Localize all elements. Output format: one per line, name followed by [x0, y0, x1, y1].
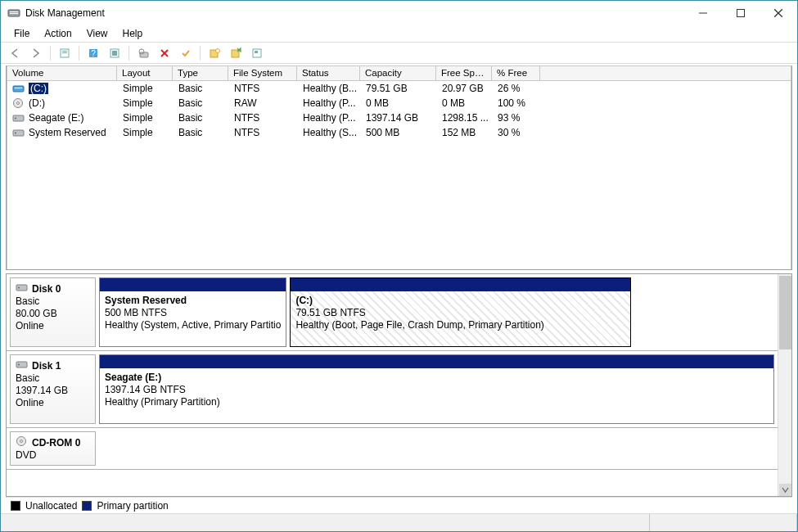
volume-fs: NTFS — [229, 127, 298, 138]
svg-point-34 — [18, 364, 20, 366]
volume-capacity: 1397.14 GB — [361, 112, 437, 124]
legend-primary-swatch — [82, 501, 92, 511]
close-button[interactable] — [760, 1, 797, 25]
volume-row[interactable]: Seagate (E:)SimpleBasicNTFSHealthy (P...… — [7, 110, 791, 125]
disk-icon — [16, 435, 29, 449]
volume-free: 152 MB — [437, 127, 493, 138]
menu-help[interactable]: Help — [116, 26, 150, 41]
volume-layout: Simple — [118, 97, 174, 109]
legend-unallocated-swatch — [11, 501, 20, 511]
disk-row[interactable]: CD-ROM 0DVD — [7, 428, 778, 470]
partition[interactable]: System Reserved500 MB NTFSHealthy (Syste… — [99, 277, 286, 347]
column-free[interactable]: Free Spa... — [436, 65, 492, 80]
volume-fs: RAW — [229, 97, 298, 109]
volume-list-body[interactable]: (C:)SimpleBasicNTFSHealthy (B...79.51 GB… — [7, 81, 791, 269]
volume-type: Basic — [174, 127, 229, 138]
disk-name: Disk 1 — [32, 360, 61, 372]
disk-label-panel[interactable]: CD-ROM 0DVD — [10, 431, 96, 466]
svg-rect-1 — [10, 11, 18, 12]
partition-title: (C:) — [295, 295, 313, 306]
column-capacity[interactable]: Capacity — [360, 65, 436, 80]
volume-name: (D:) — [29, 97, 45, 109]
disk-row[interactable]: Disk 1Basic1397.14 GBOnlineSeagate (E:)1… — [7, 351, 778, 428]
volume-free: 20.97 GB — [437, 83, 493, 94]
scrollbar-thumb[interactable] — [779, 276, 791, 349]
statusbar-cell — [650, 514, 797, 531]
column-type[interactable]: Type — [173, 65, 228, 80]
menu-action[interactable]: Action — [38, 26, 78, 41]
svg-rect-14 — [140, 52, 148, 57]
svg-point-36 — [20, 440, 23, 443]
volume-status: Healthy (P... — [298, 97, 361, 109]
svg-rect-24 — [15, 88, 22, 88]
disk-type: Basic — [16, 372, 90, 385]
scrollbar[interactable] — [778, 274, 791, 496]
separator — [79, 46, 79, 61]
disk-row[interactable]: Disk 0Basic80.00 GBOnlineSystem Reserved… — [7, 274, 778, 351]
volume-pct: 100 % — [493, 97, 541, 109]
volume-icon — [12, 127, 25, 138]
separator — [200, 46, 201, 61]
help-button[interactable]: ? — [84, 44, 102, 62]
titlebar: Disk Management — [1, 1, 797, 25]
volume-status: Healthy (B... — [298, 83, 361, 94]
volume-icon — [12, 112, 25, 124]
partition-header-bar — [100, 278, 286, 291]
svg-rect-31 — [16, 285, 27, 291]
action-scan-button[interactable] — [134, 44, 152, 62]
maximize-button[interactable] — [722, 1, 760, 25]
svg-rect-23 — [13, 86, 24, 92]
properties-button[interactable] — [248, 44, 266, 62]
column-layout[interactable]: Layout — [117, 65, 173, 80]
volume-row[interactable]: System ReservedSimpleBasicNTFSHealthy (S… — [7, 125, 791, 140]
partition[interactable]: Seagate (E:)1397.14 GB NTFSHealthy (Prim… — [99, 354, 774, 424]
svg-point-30 — [15, 133, 16, 134]
volume-free: 1298.15 ... — [437, 112, 493, 124]
new-volume-button[interactable] — [205, 44, 223, 62]
column-volume[interactable]: Volume — [7, 65, 117, 80]
separator — [50, 46, 51, 61]
disk-label-panel[interactable]: Disk 0Basic80.00 GBOnline — [10, 277, 96, 347]
menu-view[interactable]: View — [80, 26, 115, 41]
settings-button[interactable] — [106, 44, 124, 62]
svg-rect-27 — [13, 115, 24, 121]
disk-graph: System Reserved500 MB NTFSHealthy (Syste… — [99, 277, 631, 347]
column-status[interactable]: Status — [297, 65, 360, 80]
column-pct-free[interactable]: % Free — [492, 65, 540, 80]
scroll-down-icon[interactable] — [779, 484, 791, 496]
partition[interactable]: (C:)79.51 GB NTFSHealthy (Boot, Page Fil… — [290, 277, 631, 347]
partition-health: Healthy (System, Active, Primary Partiti… — [105, 319, 281, 331]
legend-primary-label: Primary partition — [97, 500, 168, 512]
back-button[interactable] — [6, 44, 24, 62]
svg-point-26 — [17, 102, 20, 105]
volume-row[interactable]: (C:)SimpleBasicNTFSHealthy (B...79.51 GB… — [7, 81, 791, 96]
partition-title: Seagate (E:) — [105, 372, 161, 383]
volume-capacity: 0 MB — [361, 97, 437, 109]
disk-label-panel[interactable]: Disk 1Basic1397.14 GBOnline — [10, 354, 96, 424]
refresh-button[interactable] — [56, 44, 74, 62]
menu-file[interactable]: File — [7, 26, 36, 41]
legend-unallocated-label: Unallocated — [25, 500, 77, 512]
partition-health: Healthy (Boot, Page File, Crash Dump, Pr… — [295, 319, 543, 331]
column-spacer — [540, 65, 791, 80]
forward-button[interactable] — [27, 44, 45, 62]
apply-button[interactable] — [177, 44, 195, 62]
volume-row[interactable]: (D:)SimpleBasicRAWHealthy (P...0 MB0 MB1… — [7, 96, 791, 110]
legend: Unallocated Primary partition — [6, 497, 792, 513]
disk-map-body[interactable]: Disk 0Basic80.00 GBOnlineSystem Reserved… — [7, 274, 778, 496]
disk-graph: Seagate (E:)1397.14 GB NTFSHealthy (Prim… — [99, 354, 774, 424]
minimize-button[interactable] — [684, 1, 722, 25]
volume-name: System Reserved — [29, 127, 106, 138]
partition-health: Healthy (Primary Partition) — [105, 396, 220, 408]
open-button[interactable] — [227, 44, 245, 62]
volume-list-header: Volume Layout Type File System Status Ca… — [7, 65, 791, 81]
volume-type: Basic — [174, 112, 229, 124]
delete-button[interactable] — [156, 44, 174, 62]
statusbar — [1, 513, 797, 531]
volume-capacity: 79.51 GB — [361, 83, 437, 94]
column-filesystem[interactable]: File System — [228, 65, 297, 80]
volume-layout: Simple — [118, 112, 174, 124]
volume-fs: NTFS — [229, 112, 298, 124]
volume-name: (C:) — [29, 83, 48, 94]
volume-layout: Simple — [118, 83, 174, 94]
